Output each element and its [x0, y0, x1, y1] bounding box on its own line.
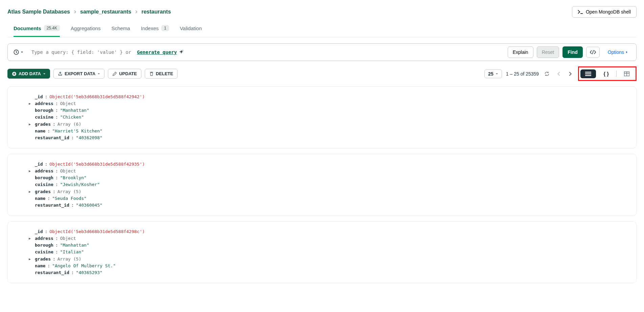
refresh-button[interactable] [543, 70, 551, 78]
export-icon [58, 71, 63, 76]
generate-query-link[interactable]: Generate query [137, 49, 184, 55]
query-input[interactable] [29, 47, 134, 57]
field-key: borough [35, 174, 53, 181]
field-key: name [35, 128, 45, 134]
pencil-icon [112, 71, 117, 76]
document-field: _id: ObjectId('5eb3d668b31de5d588f42935'… [33, 161, 629, 168]
field-value: "Angelo Of Mulberry St." [52, 263, 116, 269]
add-data-button[interactable]: ADD DATA [7, 69, 50, 79]
code-toggle-button[interactable] [586, 47, 600, 58]
tab-badge: 1 [161, 25, 169, 31]
field-key: address [35, 100, 53, 107]
tab-label: Documents [14, 25, 41, 31]
expand-caret-icon[interactable]: ▶ [29, 122, 33, 127]
tab-validation[interactable]: Validation [180, 22, 202, 37]
plus-circle-icon [12, 71, 17, 76]
expand-caret-icon[interactable]: ▶ [29, 168, 33, 174]
document-field: name : "Seuda Foods" [33, 195, 629, 202]
expand-caret-icon[interactable]: ▶ [29, 101, 33, 106]
field-value: Array (5) [58, 256, 81, 263]
options-button[interactable]: Options [603, 47, 633, 58]
field-value: "Brooklyn" [60, 174, 87, 181]
caret-down-icon [496, 72, 498, 75]
reset-button[interactable]: Reset [537, 46, 559, 58]
field-key: restaurant_id [35, 134, 69, 141]
document-field: restaurant_id : "40362098" [33, 134, 629, 141]
list-view-button[interactable] [580, 69, 596, 78]
field-value: "Manhattan" [60, 242, 89, 249]
breadcrumb-root[interactable]: Atlas Sample Databases [7, 9, 70, 15]
breadcrumb-db[interactable]: sample_restaurants [80, 9, 131, 15]
page-size-select[interactable]: 25 [484, 69, 502, 78]
expand-caret-icon[interactable]: ▶ [29, 256, 33, 262]
document-field: borough : "Manhattan" [33, 242, 629, 249]
breadcrumb: Atlas Sample Databases sample_restaurant… [7, 9, 171, 15]
document-field: name : "Harriet'S Kitchen" [33, 128, 629, 134]
tab-aggregations[interactable]: Aggregations [71, 22, 100, 37]
generate-query-label: Generate query [137, 49, 177, 55]
tab-indexes[interactable]: Indexes1 [141, 22, 169, 37]
field-value: Object [60, 100, 76, 107]
document-card[interactable]: _id: ObjectId('5eb3d668b31de5d588f42935'… [7, 154, 637, 216]
code-icon [590, 50, 596, 55]
document-card[interactable]: _id: ObjectId('5eb3d668b31de5d588f4298c'… [7, 221, 637, 283]
delete-label: DELETE [156, 71, 173, 76]
field-key: cuisine [35, 181, 53, 188]
field-key: cuisine [35, 114, 53, 121]
document-field: cuisine : "Chicken" [33, 114, 629, 121]
prev-page-button[interactable] [555, 70, 562, 78]
expand-caret-icon[interactable]: ▶ [29, 189, 33, 194]
list-icon [585, 71, 591, 76]
update-label: UPDATE [119, 71, 137, 76]
document-card[interactable]: _id: ObjectId('5eb3d668b31de5d588f42942'… [7, 86, 637, 148]
document-field: ▶address : Object [33, 235, 629, 242]
document-field: borough : "Brooklyn" [33, 174, 629, 181]
document-field: cuisine : "Italian" [33, 249, 629, 255]
tab-label: Aggregations [71, 25, 100, 31]
trash-icon [149, 71, 154, 76]
find-button[interactable]: Find [562, 46, 583, 58]
delete-button[interactable]: DELETE [145, 69, 178, 79]
field-key: borough [35, 242, 53, 249]
field-key: address [35, 168, 53, 174]
document-field: ▶grades : Array (5) [33, 188, 629, 195]
json-view-button[interactable]: { } [599, 69, 614, 79]
field-key: grades [35, 256, 51, 263]
open-shell-button[interactable]: Open MongoDB shell [572, 6, 637, 18]
export-data-button[interactable]: EXPORT DATA [53, 69, 105, 79]
field-value: "Chicken" [60, 114, 84, 121]
field-key: grades [35, 188, 51, 195]
caret-right-icon [625, 50, 628, 54]
document-field: ▶grades : Array (5) [33, 256, 629, 263]
breadcrumb-collection[interactable]: restaurants [141, 9, 171, 15]
add-data-label: ADD DATA [19, 71, 41, 76]
expand-caret-icon[interactable]: ▶ [29, 236, 33, 241]
field-value: "Jewish/Kosher" [60, 181, 100, 188]
field-value: "Harriet'S Kitchen" [52, 128, 102, 134]
field-value: "40360045" [76, 202, 102, 209]
options-label: Options [608, 49, 624, 55]
field-value: ObjectId('5eb3d668b31de5d588f4298c') [49, 228, 145, 235]
document-field: cuisine : "Jewish/Kosher" [33, 181, 629, 188]
chevron-right-icon [135, 10, 138, 14]
field-value: Array (5) [58, 188, 81, 195]
tab-documents[interactable]: Documents25.4K [14, 22, 60, 37]
field-value: Object [60, 235, 76, 242]
export-data-label: EXPORT DATA [65, 71, 95, 76]
table-view-button[interactable] [619, 69, 634, 78]
explain-button[interactable]: Explain [508, 46, 533, 58]
svg-point-1 [182, 50, 183, 51]
field-value: "Manhattan" [60, 107, 89, 114]
document-field: restaurant_id : "40365293" [33, 269, 629, 276]
update-button[interactable]: UPDATE [108, 69, 141, 79]
page-size-value: 25 [488, 71, 493, 77]
tab-schema[interactable]: Schema [111, 22, 130, 37]
field-value: Array (6) [58, 121, 81, 128]
query-history-button[interactable] [11, 48, 25, 57]
next-page-button[interactable] [567, 70, 574, 78]
open-shell-label: Open MongoDB shell [586, 9, 631, 15]
document-field: ▶address : Object [33, 168, 629, 174]
tab-label: Indexes [141, 25, 159, 31]
tab-badge: 25.4K [44, 25, 60, 31]
document-field: _id: ObjectId('5eb3d668b31de5d588f4298c'… [33, 228, 629, 235]
